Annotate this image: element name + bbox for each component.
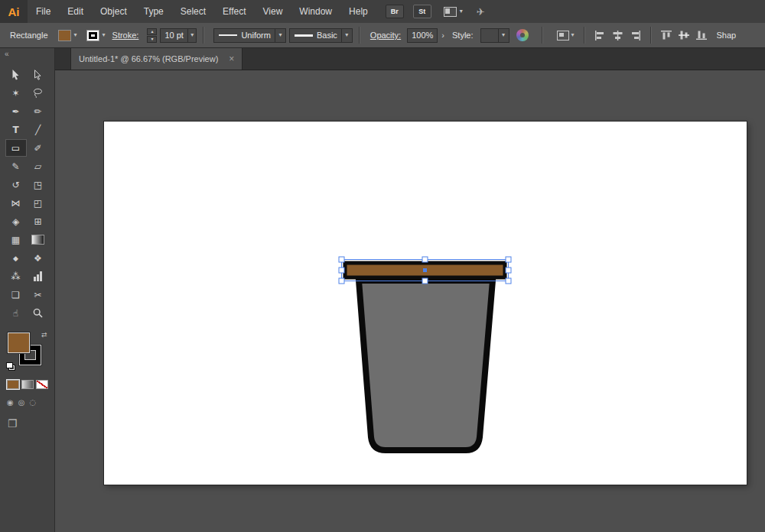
lasso-icon [33,88,43,98]
gradient-button[interactable] [21,380,34,389]
menu-type[interactable]: Type [135,0,172,23]
collapse-panel-button[interactable]: « [0,48,54,60]
chevron-down-icon[interactable]: ▾ [99,29,109,42]
align-horizontal-left-button[interactable] [591,27,609,44]
chevron-down-icon[interactable]: ▾ [187,29,197,42]
lasso-tool[interactable] [28,84,49,102]
scale-tool[interactable]: ◳ [28,176,49,193]
rectangle-tool[interactable]: ▭ [5,139,27,157]
handle-mid-left[interactable] [339,268,344,273]
stroke-color-swatch[interactable] [86,30,99,41]
free-transform-tool[interactable]: ◰ [28,194,49,212]
shape-builder-tool[interactable]: ◈ [5,212,27,230]
screen-mode-button[interactable]: ❐ [8,417,54,430]
recolor-artwork-icon[interactable] [516,29,529,41]
align-options-button[interactable]: ▾ [557,31,575,41]
rotate-tool[interactable]: ↺ [5,176,27,193]
stepper-down-icon[interactable]: ▾ [147,36,157,43]
mesh-tool[interactable]: ▦ [5,231,27,248]
bucket-body-shape[interactable] [359,281,493,450]
stroke-weight-stepper[interactable]: ▴ ▾ [147,28,157,43]
pen-tool[interactable]: ✒ [5,102,27,120]
swap-fill-stroke-icon[interactable]: ⇄ [41,331,47,339]
artboard[interactable] [104,122,747,485]
handle-top-center[interactable] [422,257,428,262]
menu-select[interactable]: Select [172,0,214,23]
align-horizontal-center-button[interactable] [609,27,627,44]
symbol-sprayer-tool[interactable]: ⁂ [5,268,27,285]
width-profile-select[interactable]: Uniform ▾ [213,28,286,43]
none-button[interactable] [36,380,48,389]
stock-button[interactable]: St [413,5,431,18]
chevron-down-icon[interactable]: ▾ [275,29,285,42]
color-button[interactable] [7,380,19,389]
blend-tool[interactable]: ❖ [28,249,49,267]
handle-mid-right[interactable] [506,268,511,273]
type-tool[interactable]: T [5,121,27,138]
opacity-label[interactable]: Opacity: [370,31,401,40]
handle-bottom-left[interactable] [339,278,344,284]
style-select[interactable]: ▾ [480,28,509,43]
eraser-tool[interactable]: ▱ [28,157,49,175]
align-vertical-bottom-icon [696,30,707,41]
opacity-input[interactable]: 100% [407,28,438,43]
divider [359,27,360,44]
curvature-tool[interactable]: ✏ [28,102,49,120]
direct-selection-tool[interactable] [28,66,49,83]
handle-top-left[interactable] [339,257,344,262]
default-fill-stroke-icon[interactable] [6,362,15,371]
menu-object[interactable]: Object [92,0,135,23]
arrange-documents-button[interactable]: ▾ [444,7,463,17]
handle-top-right[interactable] [506,257,511,262]
line-segment-tool[interactable]: ╱ [28,121,49,138]
draw-normal-button[interactable]: ◉ [7,398,14,407]
divider [650,27,652,44]
menu-view[interactable]: View [255,0,291,23]
artboard-tool[interactable]: ❏ [5,286,27,303]
menu-help[interactable]: Help [340,0,376,23]
fill-swatch[interactable] [8,332,30,353]
bridge-button[interactable]: Br [386,5,404,18]
perspective-grid-tool[interactable]: ⊞ [28,212,49,230]
width-tool[interactable]: ⋈ [5,194,27,212]
menu-effect[interactable]: Effect [214,0,254,23]
close-tab-icon[interactable]: × [229,54,234,63]
opacity-panel-arrow-icon[interactable]: › [441,31,444,40]
gradient-tool[interactable] [28,231,49,248]
pencil-tool[interactable]: ✎ [5,157,27,175]
align-vertical-bottom-button[interactable] [693,27,711,44]
stroke-weight-select[interactable]: 10 pt ▾ [160,28,197,43]
chevron-down-icon[interactable]: ▾ [498,29,509,42]
fill-color-swatch[interactable] [58,30,71,41]
draw-behind-button[interactable]: ◎ [18,398,25,407]
handle-bottom-right[interactable] [506,278,511,284]
draw-inside-button[interactable]: ◌ [29,398,36,407]
brush-definition-select[interactable]: Basic ▾ [289,28,353,43]
paintbrush-tool[interactable]: ✐ [28,139,49,157]
menu-window[interactable]: Window [291,0,340,23]
menu-file[interactable]: File [28,0,59,23]
center-point[interactable] [423,268,427,272]
eyedropper-tool[interactable]: ◆ [5,249,27,267]
align-vertical-center-button[interactable] [675,27,693,44]
shape-panel-button[interactable]: Shape [717,31,736,40]
align-horizontal-right-button[interactable] [627,27,644,44]
selection-tool[interactable] [5,66,27,83]
stroke-label[interactable]: Stroke: [112,31,139,40]
handle-bottom-center[interactable] [422,278,428,284]
gpu-performance-icon[interactable]: ✈ [477,6,485,18]
zoom-tool[interactable] [28,304,49,322]
align-vertical-top-button[interactable] [658,27,675,44]
column-graph-tool[interactable] [28,268,49,285]
stroke-color-control[interactable]: ▾ [86,29,109,42]
hand-tool[interactable]: ☝ [5,304,27,322]
fill-color-control[interactable]: ▾ [58,29,80,42]
chevron-down-icon[interactable]: ▾ [341,29,352,42]
document-tab[interactable]: Untitled-1* @ 66.67% (RGB/Preview) × [70,48,243,70]
menu-edit[interactable]: Edit [59,0,92,23]
magic-wand-tool[interactable]: ✶ [5,84,27,102]
canvas-area[interactable] [55,70,765,532]
slice-tool[interactable]: ✂ [28,286,49,303]
stepper-up-icon[interactable]: ▴ [147,28,157,35]
chevron-down-icon[interactable]: ▾ [71,29,80,42]
